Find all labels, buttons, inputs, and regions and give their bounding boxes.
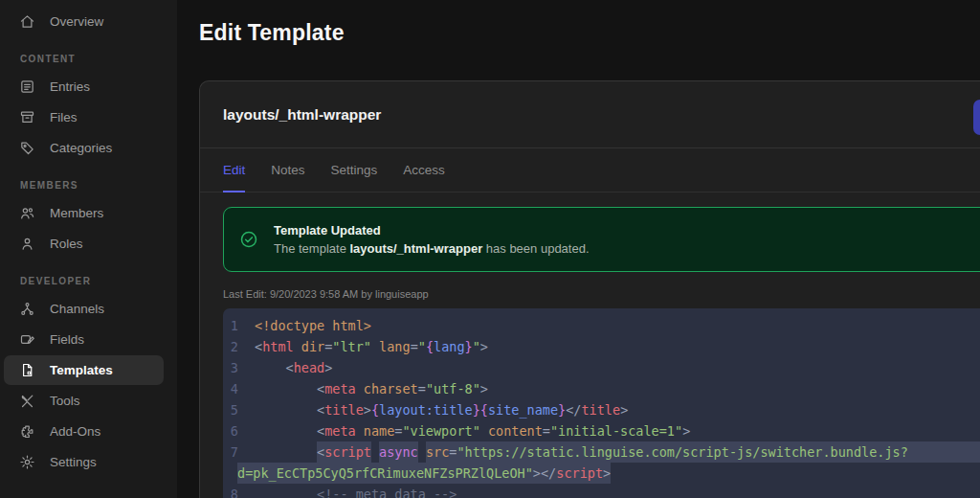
- line-number: 7: [223, 441, 255, 463]
- sidebar-item-files[interactable]: Files: [4, 102, 164, 132]
- line-number: 6: [223, 420, 255, 441]
- last-edit-info: Last Edit: 9/20/2023 9:58 AM by linguise…: [223, 288, 980, 300]
- sidebar-item-overview[interactable]: Overview: [4, 7, 164, 36]
- members-icon: [19, 205, 35, 221]
- check-circle-icon: [239, 230, 258, 249]
- tab-access[interactable]: Access: [403, 148, 445, 192]
- sidebar-item-members[interactable]: Members: [4, 198, 164, 228]
- line-number: 8: [223, 484, 255, 498]
- sidebar-item-label: Entries: [50, 79, 90, 94]
- sidebar-item-settings[interactable]: Settings: [4, 447, 164, 477]
- sidebar-section-developer: DEVELOPER: [0, 260, 177, 293]
- sidebar-item-channels[interactable]: Channels: [4, 294, 164, 324]
- sidebar-section-members: MEMBERS: [0, 164, 177, 197]
- save-button[interactable]: [973, 100, 980, 135]
- code-line[interactable]: 6 <meta name="viewport" content="initial…: [223, 420, 980, 441]
- tab-settings[interactable]: Settings: [331, 148, 378, 192]
- code-line[interactable]: 5 <title>{layout:title}{site_name}</titl…: [223, 399, 980, 420]
- line-number: 1: [223, 315, 255, 336]
- sidebar-item-label: Templates: [50, 363, 113, 377]
- sidebar-item-add-ons[interactable]: Add-Ons: [4, 417, 164, 446]
- template-panel: layouts/_html-wrapper Edit Notes Setting…: [199, 80, 980, 498]
- panel-header: layouts/_html-wrapper: [200, 81, 980, 148]
- line-number: 2: [223, 336, 255, 357]
- roles-icon: [19, 236, 35, 252]
- banner-body: The template layouts/_html-wrapper has b…: [274, 241, 590, 256]
- line-number: 5: [223, 399, 255, 420]
- sidebar-item-tools[interactable]: Tools: [4, 386, 164, 416]
- sidebar-item-label: Categories: [50, 141, 112, 155]
- banner-text: Template Updated The template layouts/_h…: [274, 223, 590, 256]
- categories-icon: [19, 140, 35, 156]
- sidebar-section-content: CONTENT: [0, 37, 177, 71]
- entries-icon: [19, 79, 35, 95]
- sidebar-item-label: Fields: [50, 332, 84, 347]
- channels-icon: [19, 301, 35, 317]
- tab-bar: Edit Notes Settings Access: [200, 148, 980, 192]
- fields-icon: [19, 331, 35, 348]
- sidebar: OverviewCONTENTEntriesFilesCategoriesMEM…: [0, 0, 177, 498]
- sidebar-nav: OverviewCONTENTEntriesFilesCategoriesMEM…: [0, 7, 177, 477]
- template-name: layouts/_html-wrapper: [223, 106, 381, 124]
- sidebar-item-label: Channels: [50, 302, 104, 316]
- tab-edit[interactable]: Edit: [223, 148, 245, 192]
- sidebar-item-label: Members: [50, 206, 103, 220]
- sidebar-item-roles[interactable]: Roles: [4, 229, 164, 259]
- tab-notes[interactable]: Notes: [271, 148, 304, 192]
- addons-icon: [19, 423, 35, 440]
- code-line[interactable]: 2<html dir="ltr" lang="{lang}">: [223, 336, 980, 357]
- templates-icon: [19, 362, 35, 378]
- code-line[interactable]: 1<!doctype html>: [223, 315, 980, 336]
- line-number: 4: [223, 378, 255, 399]
- selection-highlight: [908, 441, 980, 463]
- sidebar-item-label: Settings: [50, 455, 97, 469]
- sidebar-item-templates[interactable]: Templates: [4, 355, 164, 385]
- code-line[interactable]: 3 <head>: [223, 357, 980, 378]
- success-banner: Template Updated The template layouts/_h…: [223, 207, 980, 272]
- code-line[interactable]: 4 <meta charset="utf-8">: [223, 378, 980, 399]
- sidebar-item-label: Roles: [50, 237, 83, 251]
- sidebar-item-entries[interactable]: Entries: [4, 72, 164, 102]
- sidebar-item-label: Tools: [50, 394, 80, 408]
- home-icon: [19, 13, 35, 30]
- code-line[interactable]: 7 <script async src="https://static.ling…: [223, 441, 980, 463]
- tools-icon: [19, 393, 35, 409]
- code-line[interactable]: d=pk_EcCTp5CyQ5rfCRimuxeNFZsPRZlQLeOH"><…: [223, 463, 980, 484]
- settings-icon: [19, 454, 35, 470]
- line-number: [223, 463, 237, 484]
- code-editor[interactable]: 1<!doctype html>2<html dir="ltr" lang="{…: [223, 308, 980, 498]
- line-number: 3: [223, 357, 255, 378]
- banner-template-name: layouts/_html-wrapper: [350, 241, 483, 256]
- sidebar-item-categories[interactable]: Categories: [4, 133, 164, 163]
- page-title: Edit Template: [199, 20, 345, 46]
- code-line[interactable]: 8 <!-- meta data -->: [223, 484, 980, 498]
- sidebar-item-fields[interactable]: Fields: [4, 325, 164, 354]
- banner-title: Template Updated: [274, 223, 590, 238]
- sidebar-item-label: Overview: [50, 14, 103, 29]
- files-icon: [19, 109, 35, 125]
- sidebar-item-label: Add-Ons: [50, 424, 100, 439]
- sidebar-item-label: Files: [50, 110, 78, 124]
